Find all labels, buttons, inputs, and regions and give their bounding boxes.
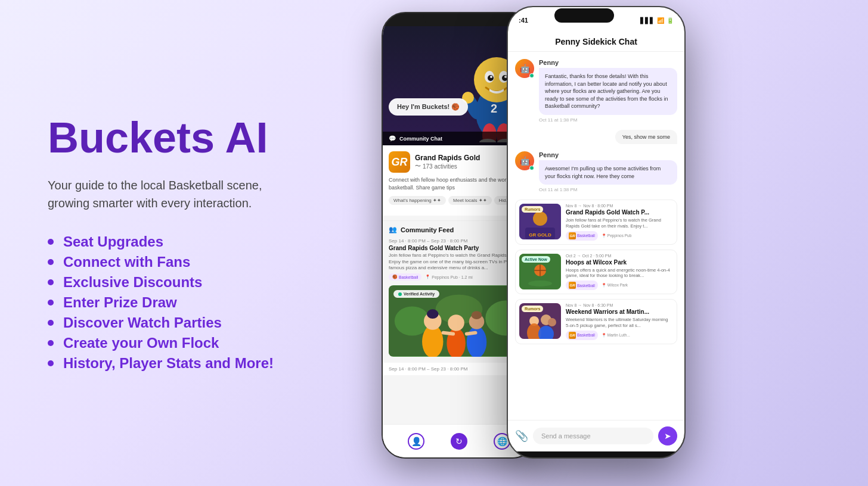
basketball-tag: 🏀 Basketball	[389, 273, 421, 281]
bullet-prize-draw	[48, 300, 54, 306]
svg-line-30	[443, 333, 453, 334]
verified-text: Verified Activity	[404, 292, 435, 296]
feature-label-seat-upgrades: Seat Upgrades	[63, 233, 163, 250]
greeting-bubble: Hey I'm Buckets! 🏀	[389, 98, 468, 116]
message-bubble-2: Awesome! I'm pulling up the some activit…	[539, 160, 677, 185]
nav-home[interactable]: 👤	[408, 433, 424, 450]
status-bar: :41 ▋▋▋ 📶 🔋	[508, 7, 684, 31]
verified-dot	[398, 292, 402, 296]
bullet-watch-parties	[48, 320, 54, 326]
message-bubble-1: Fantastic, thanks for those details! Wit…	[539, 68, 677, 115]
online-indicator	[529, 73, 534, 78]
activity-info-3: Nov 8 → Nov 8 · 6:30 PM Weekend Warriors…	[566, 303, 673, 340]
activity-name-1: Grand Rapids Gold Watch P...	[566, 209, 673, 216]
chat-header: Penny Sidekick Chat	[508, 31, 684, 52]
message-2: 🤖 Penny Awesome! I'm pulling up the some…	[515, 151, 677, 192]
feature-item-seat-upgrades: Seat Upgrades	[48, 233, 298, 250]
pulse-icon: 〜	[415, 162, 421, 170]
feature-label-own-flock: Create your Own Flock	[63, 335, 219, 351]
chat-icon: 💬	[389, 135, 396, 142]
svg-point-27	[467, 326, 486, 357]
activity-thumb-3: Rumors	[519, 303, 561, 339]
nav-feed[interactable]: ↻	[451, 433, 467, 450]
svg-point-40	[528, 281, 552, 286]
location-2: 📍 Wilcox Park	[602, 283, 628, 288]
location-1: 📍 Peppinos Pub	[602, 233, 631, 238]
activity-card-1[interactable]: GR GOLD Rumors Nov 8 → Nov 8 · 8:00 PM G…	[515, 200, 677, 245]
chat-input[interactable]: Send a message	[533, 428, 653, 444]
svg-point-6	[490, 76, 492, 78]
svg-point-24	[427, 310, 439, 319]
activity-thumb-2: Active Now	[519, 254, 561, 289]
rumors-badge-3: Rumors	[522, 306, 543, 312]
activity-card-3[interactable]: Rumors Nov 8 → Nov 8 · 6:30 PM Weekend W…	[515, 299, 677, 344]
bullet-stats-more	[48, 360, 54, 366]
feature-item-own-flock: Create your Own Flock	[48, 335, 298, 351]
sender-name-2: Penny	[539, 151, 677, 158]
phone-right: :41 ▋▋▋ 📶 🔋 Penny Sidekick Chat 🤖	[507, 6, 686, 459]
pin-icon: 📍	[425, 275, 430, 279]
svg-point-22	[422, 325, 443, 357]
activity-date-2: Oct 2 → Oct 2 · 5:00 PM	[566, 254, 673, 258]
chat-messages: 🤖 Penny Fantastic, thanks for those deta…	[508, 52, 684, 420]
greeting-text: Hey I'm Buckets! 🏀	[397, 103, 460, 111]
activity-info-1: Nov 8 → Nov 8 · 8:00 PM Grand Rapids Gol…	[566, 204, 673, 241]
message-time-1: Oct 11 at 1:38 PM	[539, 117, 677, 123]
message-1-content: Penny Fantastic, thanks for those detail…	[539, 59, 677, 123]
activity-desc-2: Hoops offers a quick and energetic noon-…	[566, 267, 673, 279]
location-tag: 📍 Peppinos Pub · 1.2 mi	[425, 275, 473, 279]
feed-title: Community Feed	[401, 226, 454, 233]
feature-label-watch-parties: Discover Watch Parties	[63, 314, 222, 331]
feature-item-prize-draw: Enter Prize Draw	[48, 294, 298, 311]
verified-badge: Verified Activity	[393, 290, 439, 298]
community-chat-label: Community Chat	[399, 136, 442, 142]
svg-text:GR GOLD: GR GOLD	[529, 232, 551, 238]
left-section: Buckets AI Your guide to the local Baske…	[0, 79, 334, 407]
bullet-seat-upgrades	[48, 239, 54, 245]
app-subtitle: Your guide to the local Basketball scene…	[48, 176, 298, 212]
sport-tag-2: GR Basketball	[566, 281, 598, 290]
chat-title: Penny Sidekick Chat	[517, 37, 675, 46]
feature-item-exclusive-discounts: Exclusive Discounts	[48, 274, 298, 291]
activity-info-2: Oct 2 → Oct 2 · 5:00 PM Hoops at Wilcox …	[566, 254, 673, 291]
rumors-badge-1: Rumors	[522, 206, 543, 213]
activity-name-2: Hoops at Wilcox Park	[566, 259, 673, 266]
feature-label-connect-fans: Connect with Fans	[63, 254, 190, 270]
message-time-2: Oct 11 at 1:38 PM	[539, 187, 677, 192]
activity-tags-1: GR Basketball 📍 Peppinos Pub	[566, 231, 673, 241]
message-2-content: Penny Awesome! I'm pulling up the some a…	[539, 151, 677, 192]
phone-notch-left	[423, 13, 495, 26]
chat-input-bar: 📎 Send a message ➤	[508, 420, 684, 451]
feature-item-watch-parties: Discover Watch Parties	[48, 314, 298, 331]
sport-tag-3: GR Basketball	[566, 331, 598, 340]
svg-point-29	[472, 311, 482, 320]
features-list: Seat UpgradesConnect with FansExclusive …	[48, 233, 298, 372]
bullet-own-flock	[48, 340, 54, 346]
message-1: 🤖 Penny Fantastic, thanks for those deta…	[515, 59, 677, 123]
status-time: :41	[519, 17, 528, 24]
app-title: Buckets AI	[48, 114, 298, 161]
location-3: 📍 Martin Luth...	[602, 333, 630, 338]
tag-1[interactable]: What's happening ✦✦	[389, 196, 446, 205]
phones-section: 2	[334, 0, 868, 486]
activity-date-3: Nov 8 → Nov 8 · 6:30 PM	[566, 303, 673, 307]
activity-date-1: Nov 8 → Nov 8 · 8:00 PM	[566, 204, 673, 208]
activity-tags-2: GR Basketball 📍 Wilcox Park	[566, 281, 673, 290]
activity-tags-3: GR Basketball 📍 Martin Luth...	[566, 331, 673, 340]
activity-name-3: Weekend Warriors at Martin...	[566, 309, 673, 316]
feature-item-connect-fans: Connect with Fans	[48, 254, 298, 270]
active-badge: Active Now	[522, 256, 550, 263]
svg-point-33	[533, 211, 547, 226]
dynamic-island	[554, 8, 614, 23]
user-message-1: Yes, show me some	[515, 130, 677, 144]
activity-card-2[interactable]: Active Now Oct 2 → Oct 2 · 5:00 PM Hoops…	[515, 250, 677, 295]
send-button[interactable]: ➤	[658, 426, 677, 446]
tag-2[interactable]: Meet locals ✦✦	[448, 196, 492, 205]
attach-icon[interactable]: 📎	[515, 429, 528, 443]
activity-thumb-1: GR GOLD Rumors	[519, 204, 561, 239]
basketball-icon-1: GR	[569, 232, 576, 239]
community-activities: 〜 173 activities	[415, 162, 480, 170]
wifi-icon: 📶	[657, 17, 664, 24]
sport-tag-1: GR Basketball	[566, 231, 598, 241]
activity-desc-1: Join fellow fans at Peppino's to watch t…	[566, 217, 673, 229]
